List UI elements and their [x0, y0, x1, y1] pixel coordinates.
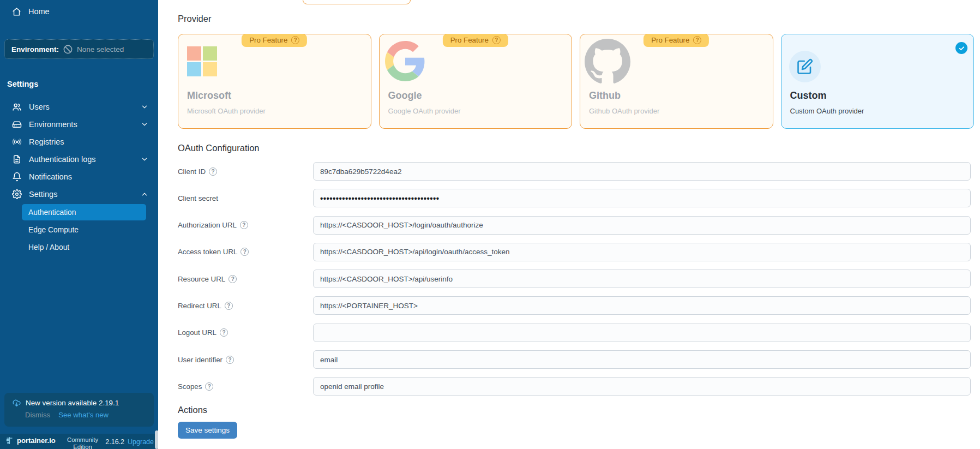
card-description: Custom OAuth provider [790, 107, 864, 115]
nav-label: Users [29, 103, 50, 111]
sidebar-item-settings[interactable]: Settings [0, 185, 158, 203]
form-row: Resource URL ? [178, 270, 971, 288]
cloud-download-icon [12, 398, 21, 408]
logout-url-label: Logout URL ? [178, 328, 313, 337]
redirect-url-input[interactable] [313, 296, 971, 315]
logout-url-input[interactable] [313, 324, 971, 342]
edition-label: Community Edition [67, 436, 99, 449]
portainer-logo-icon [5, 436, 14, 445]
microsoft-logo-icon [187, 46, 217, 76]
subnav-item-help-about[interactable]: Help / About [22, 239, 146, 255]
sidebar-item-environments[interactable]: Environments [0, 116, 158, 133]
environment-selector[interactable]: Environment: None selected [4, 39, 154, 59]
help-icon[interactable]: ? [492, 36, 501, 44]
authorization-url-input[interactable] [313, 216, 971, 235]
google-logo-icon [385, 41, 425, 81]
home-icon [12, 7, 21, 16]
sidebar-item-notifications[interactable]: Notifications [0, 168, 158, 185]
gear-icon [12, 189, 22, 199]
subnav-label: Authentication [28, 208, 76, 217]
nav-label: Authentication logs [29, 155, 96, 164]
file-text-icon [12, 154, 22, 164]
subnav-label: Edge Compute [28, 226, 79, 234]
scopes-label: Scopes ? [178, 382, 313, 391]
custom-edit-icon [789, 51, 821, 82]
client-secret-input[interactable] [313, 189, 971, 207]
sidebar-footer: portainer.io Community Edition 2.16.2 Up… [0, 434, 158, 449]
oauth-form: Client ID ? Client secret Authorization … [178, 162, 971, 404]
update-banner: New version available 2.19.1 Dismiss See… [4, 393, 154, 427]
provider-card-google[interactable]: Pro Feature ? Google Google OAuth provid… [379, 34, 573, 129]
update-message: New version available 2.19.1 [26, 399, 119, 407]
chevron-down-icon [141, 121, 148, 128]
pro-badge-label: Pro Feature [249, 36, 287, 44]
sidebar-item-registries[interactable]: Registries [0, 133, 158, 151]
pro-feature-badge: Pro Feature ? [443, 34, 508, 47]
form-row: User identifier ? [178, 350, 971, 369]
provider-card-custom[interactable]: Custom Custom OAuth provider [781, 34, 975, 129]
sidebar-item-home[interactable]: Home [0, 2, 158, 21]
chevron-down-icon [141, 103, 148, 111]
card-description: Github OAuth provider [589, 107, 659, 115]
main-content: Provider Pro Feature ? Microsoft Microso… [158, 0, 980, 449]
client-id-label: Client ID ? [178, 167, 313, 176]
access-token-url-input[interactable] [313, 243, 971, 261]
provider-card-github[interactable]: Pro Feature ? Github Github OAuth provid… [580, 34, 773, 129]
oauth-section-title: OAuth Configuration [178, 143, 260, 153]
sidebar: Home Environment: None selected Settings… [0, 0, 158, 449]
provider-card-microsoft[interactable]: Pro Feature ? Microsoft Microsoft OAuth … [178, 34, 371, 129]
form-row: Logout URL ? [178, 324, 971, 342]
users-icon [12, 102, 22, 112]
form-row: Authorization URL ? [178, 216, 971, 235]
see-whats-new-link[interactable]: See what's new [58, 411, 109, 419]
help-icon[interactable]: ? [225, 302, 233, 310]
sidebar-item-authentication-logs[interactable]: Authentication logs [0, 151, 158, 168]
help-icon[interactable]: ? [220, 328, 228, 337]
settings-subnav: Authentication Edge Compute Help / About [0, 204, 158, 256]
client-id-input[interactable] [313, 162, 971, 181]
help-icon[interactable]: ? [291, 36, 299, 44]
github-logo-icon [585, 39, 630, 85]
ban-icon [63, 44, 73, 55]
help-icon[interactable]: ? [209, 167, 217, 176]
help-icon[interactable]: ? [229, 275, 237, 283]
provider-cards: Pro Feature ? Microsoft Microsoft OAuth … [178, 34, 974, 129]
bell-icon [12, 172, 22, 182]
help-icon[interactable]: ? [226, 356, 234, 364]
resource-url-input[interactable] [313, 270, 971, 288]
card-description: Microsoft OAuth provider [187, 107, 266, 115]
environment-value: None selected [77, 45, 124, 53]
dismiss-link[interactable]: Dismiss [25, 411, 50, 419]
access-token-url-label: Access token URL ? [178, 248, 313, 256]
save-settings-button[interactable]: Save settings [178, 422, 237, 439]
nav-label: Settings [29, 190, 57, 199]
sidebar-item-users[interactable]: Users [0, 98, 158, 116]
pro-feature-badge: Pro Feature ? [242, 34, 307, 47]
subnav-item-edge-compute[interactable]: Edge Compute [22, 221, 146, 238]
sidebar-section-title: Settings [7, 80, 38, 88]
resource-url-label: Resource URL ? [178, 275, 313, 283]
scopes-input[interactable] [313, 377, 971, 396]
form-row: Client ID ? [178, 162, 971, 181]
help-icon[interactable]: ? [205, 382, 213, 391]
provider-section-title: Provider [178, 14, 211, 24]
form-row: Scopes ? [178, 377, 971, 396]
upgrade-link[interactable]: Upgrade [128, 438, 154, 446]
chevron-down-icon [141, 155, 148, 163]
portainer-brand[interactable]: portainer.io [5, 436, 56, 445]
home-label: Home [28, 7, 50, 16]
authorization-url-label: Authorization URL ? [178, 221, 313, 229]
registries-icon [12, 137, 22, 147]
user-identifier-label: User identifier ? [178, 356, 313, 364]
user-identifier-input[interactable] [313, 350, 971, 369]
version-label: 2.16.2 [105, 438, 124, 446]
pro-badge-label: Pro Feature [450, 36, 489, 44]
card-title: Custom [790, 90, 827, 101]
nav-label: Environments [29, 120, 77, 129]
help-icon[interactable]: ? [240, 221, 248, 229]
subnav-item-authentication[interactable]: Authentication [22, 204, 146, 220]
help-icon[interactable]: ? [241, 248, 249, 256]
form-row: Access token URL ? [178, 243, 971, 261]
redirect-url-label: Redirect URL ? [178, 302, 313, 310]
help-icon[interactable]: ? [693, 36, 701, 44]
